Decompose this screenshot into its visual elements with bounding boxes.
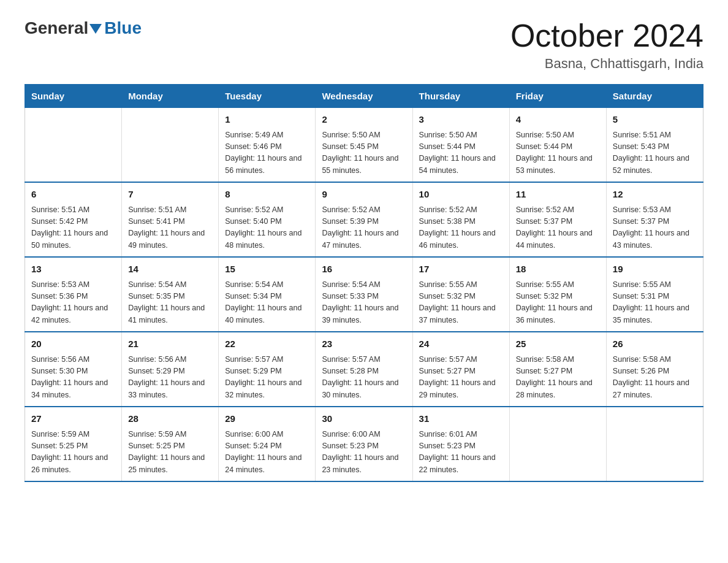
day-number: 15 [225, 262, 309, 277]
calendar-cell: 29Sunrise: 6:00 AM Sunset: 5:24 PM Dayli… [219, 407, 316, 481]
column-header-wednesday: Wednesday [316, 85, 412, 108]
calendar-cell: 2Sunrise: 5:50 AM Sunset: 5:45 PM Daylig… [316, 108, 412, 183]
day-info: Sunrise: 5:58 AM Sunset: 5:27 PM Dayligh… [516, 354, 600, 402]
calendar-cell [509, 407, 606, 481]
calendar-cell: 9Sunrise: 5:52 AM Sunset: 5:39 PM Daylig… [316, 182, 412, 257]
day-info: Sunrise: 5:54 AM Sunset: 5:35 PM Dayligh… [128, 279, 212, 327]
day-info: Sunrise: 6:01 AM Sunset: 5:23 PM Dayligh… [419, 429, 503, 477]
day-info: Sunrise: 5:56 AM Sunset: 5:30 PM Dayligh… [31, 354, 115, 402]
column-header-monday: Monday [122, 85, 219, 108]
day-number: 25 [516, 337, 600, 351]
calendar-cell: 13Sunrise: 5:53 AM Sunset: 5:36 PM Dayli… [25, 257, 122, 332]
calendar-cell: 15Sunrise: 5:54 AM Sunset: 5:34 PM Dayli… [219, 257, 316, 332]
day-number: 20 [31, 337, 115, 351]
logo-blue: Blue [104, 18, 142, 38]
day-number: 5 [613, 113, 697, 127]
svg-marker-0 [89, 24, 102, 34]
day-number: 29 [225, 412, 309, 426]
calendar-cell: 7Sunrise: 5:51 AM Sunset: 5:41 PM Daylig… [122, 182, 219, 257]
day-number: 12 [613, 188, 697, 202]
calendar-cell: 18Sunrise: 5:55 AM Sunset: 5:32 PM Dayli… [509, 257, 606, 332]
calendar-cell: 28Sunrise: 5:59 AM Sunset: 5:25 PM Dayli… [122, 407, 219, 481]
day-info: Sunrise: 5:53 AM Sunset: 5:37 PM Dayligh… [613, 204, 697, 252]
day-info: Sunrise: 5:56 AM Sunset: 5:29 PM Dayligh… [128, 354, 212, 402]
day-number: 22 [225, 337, 309, 351]
day-number: 31 [419, 412, 503, 426]
day-info: Sunrise: 5:57 AM Sunset: 5:27 PM Dayligh… [419, 354, 503, 402]
calendar-cell: 10Sunrise: 5:52 AM Sunset: 5:38 PM Dayli… [412, 182, 509, 257]
calendar-cell: 24Sunrise: 5:57 AM Sunset: 5:27 PM Dayli… [412, 332, 509, 407]
calendar-cell: 6Sunrise: 5:51 AM Sunset: 5:42 PM Daylig… [25, 182, 122, 257]
calendar-cell: 30Sunrise: 6:00 AM Sunset: 5:23 PM Dayli… [316, 407, 412, 481]
day-info: Sunrise: 5:59 AM Sunset: 5:25 PM Dayligh… [128, 429, 212, 477]
location-title: Basna, Chhattisgarh, India [510, 56, 703, 72]
title-area: October 2024 Basna, Chhattisgarh, India [510, 18, 703, 72]
day-info: Sunrise: 5:57 AM Sunset: 5:28 PM Dayligh… [322, 354, 406, 402]
day-info: Sunrise: 5:54 AM Sunset: 5:33 PM Dayligh… [322, 279, 406, 327]
logo: General Blue [25, 18, 142, 38]
column-header-friday: Friday [509, 85, 606, 108]
calendar-cell: 1Sunrise: 5:49 AM Sunset: 5:46 PM Daylig… [219, 108, 316, 183]
day-number: 24 [419, 337, 503, 351]
day-number: 30 [322, 412, 406, 426]
calendar-week-row: 20Sunrise: 5:56 AM Sunset: 5:30 PM Dayli… [25, 332, 703, 407]
day-number: 11 [516, 188, 600, 202]
logo-text: General Blue [25, 18, 142, 38]
calendar-cell: 4Sunrise: 5:50 AM Sunset: 5:44 PM Daylig… [509, 108, 606, 183]
day-info: Sunrise: 5:50 AM Sunset: 5:45 PM Dayligh… [322, 129, 406, 177]
calendar-cell [606, 407, 703, 481]
day-info: Sunrise: 6:00 AM Sunset: 5:24 PM Dayligh… [225, 429, 309, 477]
day-info: Sunrise: 5:51 AM Sunset: 5:41 PM Dayligh… [128, 204, 212, 252]
day-info: Sunrise: 5:53 AM Sunset: 5:36 PM Dayligh… [31, 279, 115, 327]
day-info: Sunrise: 5:51 AM Sunset: 5:42 PM Dayligh… [31, 204, 115, 252]
day-info: Sunrise: 5:50 AM Sunset: 5:44 PM Dayligh… [516, 129, 600, 177]
day-number: 26 [613, 337, 697, 351]
calendar-cell: 8Sunrise: 5:52 AM Sunset: 5:40 PM Daylig… [219, 182, 316, 257]
day-number: 27 [31, 412, 115, 426]
calendar-cell: 14Sunrise: 5:54 AM Sunset: 5:35 PM Dayli… [122, 257, 219, 332]
day-number: 18 [516, 262, 600, 277]
calendar-header-row: SundayMondayTuesdayWednesdayThursdayFrid… [25, 85, 703, 108]
day-number: 8 [225, 188, 309, 202]
calendar-cell: 5Sunrise: 5:51 AM Sunset: 5:43 PM Daylig… [606, 108, 703, 183]
calendar-week-row: 27Sunrise: 5:59 AM Sunset: 5:25 PM Dayli… [25, 407, 703, 481]
day-info: Sunrise: 5:50 AM Sunset: 5:44 PM Dayligh… [419, 129, 503, 177]
calendar-cell: 22Sunrise: 5:57 AM Sunset: 5:29 PM Dayli… [219, 332, 316, 407]
day-info: Sunrise: 5:57 AM Sunset: 5:29 PM Dayligh… [225, 354, 309, 402]
day-number: 19 [613, 262, 697, 277]
day-info: Sunrise: 5:52 AM Sunset: 5:39 PM Dayligh… [322, 204, 406, 252]
calendar-cell: 26Sunrise: 5:58 AM Sunset: 5:26 PM Dayli… [606, 332, 703, 407]
day-number: 28 [128, 412, 212, 426]
calendar-cell [25, 108, 122, 183]
calendar-cell: 11Sunrise: 5:52 AM Sunset: 5:37 PM Dayli… [509, 182, 606, 257]
logo-general: General [25, 18, 88, 38]
day-number: 6 [31, 188, 115, 202]
calendar-cell: 3Sunrise: 5:50 AM Sunset: 5:44 PM Daylig… [412, 108, 509, 183]
calendar-week-row: 13Sunrise: 5:53 AM Sunset: 5:36 PM Dayli… [25, 257, 703, 332]
day-info: Sunrise: 5:52 AM Sunset: 5:40 PM Dayligh… [225, 204, 309, 252]
column-header-tuesday: Tuesday [219, 85, 316, 108]
day-number: 3 [419, 113, 503, 127]
day-info: Sunrise: 5:55 AM Sunset: 5:32 PM Dayligh… [516, 279, 600, 327]
day-number: 21 [128, 337, 212, 351]
day-info: Sunrise: 5:52 AM Sunset: 5:38 PM Dayligh… [419, 204, 503, 252]
calendar-cell: 21Sunrise: 5:56 AM Sunset: 5:29 PM Dayli… [122, 332, 219, 407]
day-info: Sunrise: 5:49 AM Sunset: 5:46 PM Dayligh… [225, 129, 309, 177]
day-info: Sunrise: 5:52 AM Sunset: 5:37 PM Dayligh… [516, 204, 600, 252]
calendar-cell: 19Sunrise: 5:55 AM Sunset: 5:31 PM Dayli… [606, 257, 703, 332]
calendar-cell: 25Sunrise: 5:58 AM Sunset: 5:27 PM Dayli… [509, 332, 606, 407]
day-info: Sunrise: 6:00 AM Sunset: 5:23 PM Dayligh… [322, 429, 406, 477]
calendar-cell: 17Sunrise: 5:55 AM Sunset: 5:32 PM Dayli… [412, 257, 509, 332]
day-info: Sunrise: 5:55 AM Sunset: 5:31 PM Dayligh… [613, 279, 697, 327]
day-info: Sunrise: 5:54 AM Sunset: 5:34 PM Dayligh… [225, 279, 309, 327]
calendar-week-row: 1Sunrise: 5:49 AM Sunset: 5:46 PM Daylig… [25, 108, 703, 183]
calendar-cell: 12Sunrise: 5:53 AM Sunset: 5:37 PM Dayli… [606, 182, 703, 257]
day-number: 16 [322, 262, 406, 277]
calendar-cell: 31Sunrise: 6:01 AM Sunset: 5:23 PM Dayli… [412, 407, 509, 481]
day-info: Sunrise: 5:59 AM Sunset: 5:25 PM Dayligh… [31, 429, 115, 477]
calendar-week-row: 6Sunrise: 5:51 AM Sunset: 5:42 PM Daylig… [25, 182, 703, 257]
column-header-thursday: Thursday [412, 85, 509, 108]
day-number: 9 [322, 188, 406, 202]
calendar-table: SundayMondayTuesdayWednesdayThursdayFrid… [25, 84, 703, 482]
day-number: 10 [419, 188, 503, 202]
